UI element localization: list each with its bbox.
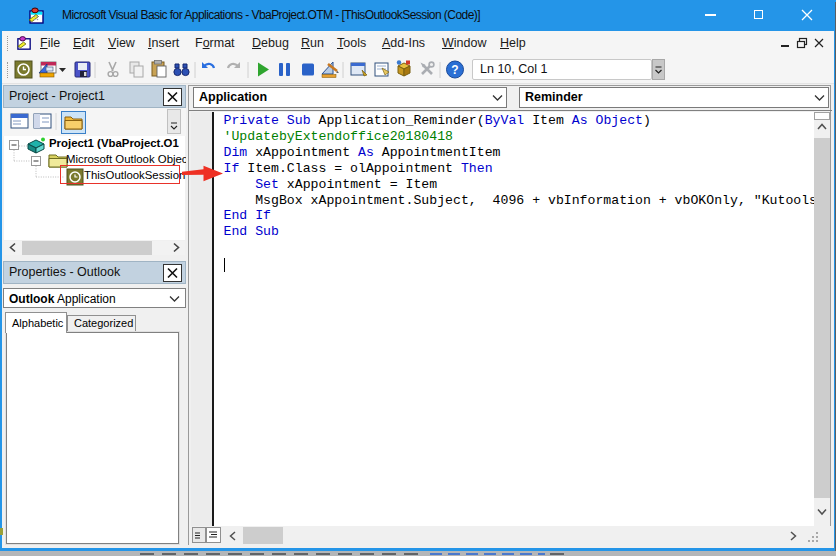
svg-text:?: ? — [451, 63, 458, 77]
